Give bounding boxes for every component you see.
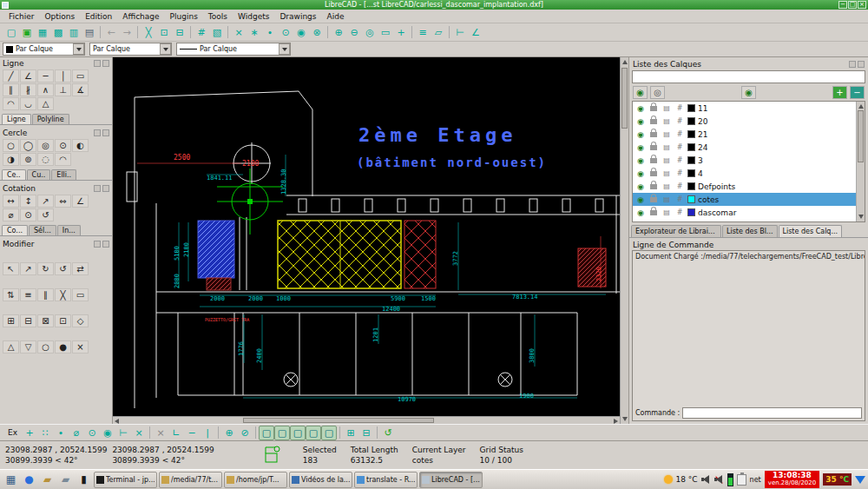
linetype-combo[interactable]: Par Calque xyxy=(176,43,291,56)
scroll-up-icon[interactable] xyxy=(622,60,628,64)
layer-row[interactable]: ◉▤#Defpoints xyxy=(633,180,856,193)
section-tab[interactable]: Ce.. xyxy=(2,169,26,180)
menu-item[interactable]: Edition xyxy=(80,11,117,22)
line-vertical-tool[interactable]: │ xyxy=(55,69,71,83)
set-relative-zero-button[interactable]: ⊕ xyxy=(221,426,237,440)
dim-linear-tool[interactable]: ⇔ xyxy=(55,195,71,208)
layer-lock-icon[interactable] xyxy=(650,106,657,111)
layer-row[interactable]: ◉▤#24 xyxy=(633,141,856,154)
snap-grid-button[interactable]: ∷ xyxy=(37,426,53,440)
clipboard-icon[interactable] xyxy=(737,474,746,486)
modify-mirror-tool[interactable]: ↺ xyxy=(55,262,71,275)
dock-close-button[interactable] xyxy=(102,185,109,192)
hide-all-layers-button[interactable]: ◎ xyxy=(650,86,665,99)
menu-item[interactable]: Drawings xyxy=(274,11,321,22)
modify-move-rotate-tool[interactable]: ⇄ xyxy=(72,262,89,275)
show-all-layers-button[interactable]: ◉ xyxy=(633,86,648,99)
snap-middle-toolbar-button[interactable]: ◉ xyxy=(293,25,309,40)
snap-grid-toolbar-button[interactable]: ∗ xyxy=(247,25,262,40)
layer-color-swatch[interactable] xyxy=(687,182,695,190)
add-layer-button[interactable]: + xyxy=(832,86,847,99)
snap-distance-button[interactable]: ⊢ xyxy=(115,426,131,440)
line-parallel-tool[interactable]: ∥ xyxy=(3,83,19,96)
section-tab[interactable]: Polyline xyxy=(32,114,69,124)
layer-construction-icon[interactable]: # xyxy=(674,143,685,151)
open-document-button[interactable]: ▣ xyxy=(19,25,35,40)
close-button[interactable]: × xyxy=(858,1,866,9)
modify-stretch-tool[interactable]: ⊡ xyxy=(55,314,71,327)
section-tab[interactable]: In... xyxy=(57,225,81,235)
dim-horizontal-tool[interactable]: ↔ xyxy=(3,195,19,208)
layer-row[interactable]: ◉▤#cotes xyxy=(633,193,856,206)
save-document-button[interactable]: ▦ xyxy=(35,25,50,40)
lock-relative-zero-button[interactable]: ⊘ xyxy=(237,426,253,440)
scrollbar-thumb[interactable] xyxy=(243,418,434,423)
layer-visibility-icon[interactable]: ◉ xyxy=(635,208,646,217)
modify-scale-tool[interactable]: ↻ xyxy=(37,262,54,275)
dock-float-button[interactable] xyxy=(94,185,101,192)
layer-print-icon[interactable]: ▤ xyxy=(661,208,672,216)
circle-concentric-tool[interactable]: ⊚ xyxy=(20,153,36,166)
canvas-horizontal-scrollbar[interactable] xyxy=(113,416,620,424)
menu-item[interactable]: Tools xyxy=(203,11,233,22)
network-monitor-label[interactable]: net xyxy=(750,476,761,484)
drawing-canvas[interactable]: 2ème Etage(bâtiment nord-ouest)250021001… xyxy=(113,57,628,424)
layer-row[interactable]: ◉▤#4 xyxy=(633,167,856,180)
layer-row[interactable]: ◉▤#20 xyxy=(633,115,856,128)
layer-search-input[interactable] xyxy=(632,70,865,83)
restrict-vertical-button[interactable]: | xyxy=(200,426,215,440)
scroll-down-icon[interactable] xyxy=(858,215,864,219)
new-document-button[interactable]: ▢ xyxy=(3,25,19,40)
menu-item[interactable]: Fichier xyxy=(3,11,39,22)
dim-leader-tool[interactable]: ↺ xyxy=(37,208,54,221)
snap-free-toolbar-button[interactable]: × xyxy=(231,25,247,40)
layer-construction-icon[interactable]: # xyxy=(674,104,685,112)
zoom-in-button[interactable]: ⊕ xyxy=(331,25,346,40)
arc-tool[interactable]: ◠ xyxy=(55,153,71,166)
snap-free-button[interactable]: + xyxy=(22,426,37,440)
layer-color-swatch[interactable] xyxy=(687,143,695,151)
circle-center-radius-tool[interactable]: ⊙ xyxy=(55,139,71,152)
layer-visibility-icon[interactable]: ◉ xyxy=(635,117,646,126)
zoom-auto-button[interactable]: ◎ xyxy=(362,25,378,40)
restrict-horizontal-button[interactable]: − xyxy=(184,426,200,440)
menu-item[interactable]: Widgets xyxy=(233,11,274,22)
layer-row[interactable]: ◉▤#dascomar xyxy=(633,206,856,219)
modify-delete-tool[interactable]: ▽ xyxy=(20,340,36,354)
layer-color-swatch[interactable] xyxy=(687,169,695,177)
layer-visibility-icon[interactable]: ◉ xyxy=(635,156,646,165)
layer-construction-icon[interactable]: # xyxy=(674,182,685,190)
layer-row[interactable]: ◉▤#11 xyxy=(633,102,856,115)
modify-move-tool[interactable]: ↖ xyxy=(3,262,19,275)
snap-endpoint-button[interactable]: ∙ xyxy=(53,426,69,440)
line-tangent-2-tool[interactable]: ◡ xyxy=(20,97,36,110)
layer-print-icon[interactable]: ▤ xyxy=(661,169,672,177)
modify-divide-tool[interactable]: ⊠ xyxy=(37,314,54,327)
layer-print-icon[interactable]: ▤ xyxy=(661,156,672,164)
layer-list-scrollbar[interactable] xyxy=(856,102,865,221)
updates-arrow-icon[interactable] xyxy=(855,476,865,484)
snap-middle-button[interactable]: ◉ xyxy=(100,426,115,440)
remove-layer-button[interactable]: − xyxy=(850,86,865,99)
layer-visibility-icon[interactable]: ◉ xyxy=(635,130,646,139)
speaker-muted-icon[interactable] xyxy=(714,475,724,484)
chevron-down-icon[interactable] xyxy=(73,43,84,55)
dock-close-button[interactable] xyxy=(858,61,865,68)
layer-print-icon[interactable]: ▤ xyxy=(661,195,672,203)
copy-button[interactable]: ⊡ xyxy=(156,25,172,40)
scrollbar-thumb[interactable] xyxy=(858,110,864,162)
layer-print-icon[interactable]: ▤ xyxy=(661,130,672,138)
paste-button[interactable]: ⊟ xyxy=(172,25,187,40)
dim-vertical-tool[interactable]: ↕ xyxy=(20,195,36,208)
modify-trim-tool[interactable]: ≡ xyxy=(20,288,36,301)
section-tab[interactable]: Sél... xyxy=(29,225,56,235)
layer-lock-icon[interactable] xyxy=(650,119,657,124)
taskbar-window-button[interactable]: /home/jp/T... xyxy=(224,472,287,488)
layer-visibility-icon[interactable]: ◉ xyxy=(635,182,646,191)
modify-fillet-tool[interactable]: ⊟ xyxy=(20,314,36,327)
layer-color-swatch[interactable] xyxy=(687,156,695,164)
line-orthogonal-tool[interactable]: ⊥ xyxy=(55,83,71,96)
layer-lock-icon[interactable] xyxy=(650,145,657,150)
line-tangent-tool[interactable]: ◠ xyxy=(3,97,19,110)
layer-list-button[interactable]: ≡ xyxy=(415,25,431,40)
